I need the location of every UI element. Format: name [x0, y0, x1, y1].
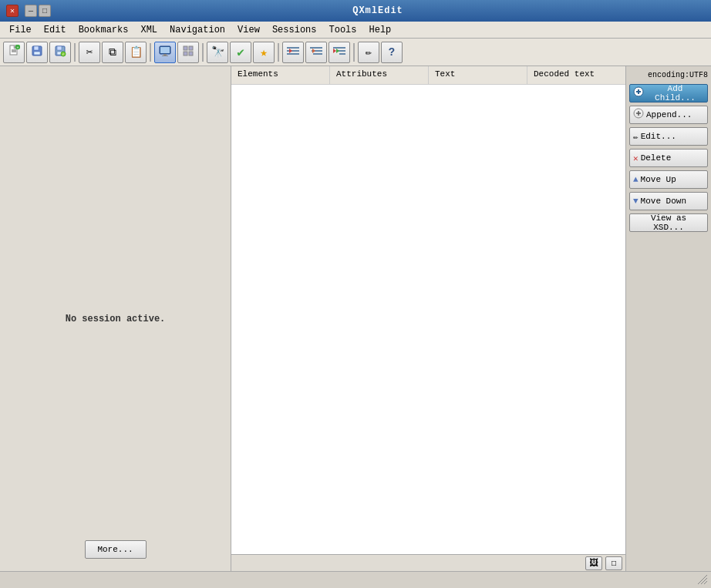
indent3-icon: [332, 45, 346, 60]
indent2-icon: [309, 45, 323, 60]
svg-text:+: +: [16, 45, 19, 50]
cut-icon: ✂: [86, 45, 93, 59]
resize-icon: [696, 573, 708, 585]
menu-xml[interactable]: XML: [134, 23, 163, 37]
image-icon-button[interactable]: 🖼: [585, 556, 602, 570]
append-button[interactable]: Append...: [629, 106, 708, 124]
separator-2: [150, 43, 151, 62]
svg-rect-28: [313, 53, 322, 55]
image-icon: 🖼: [589, 557, 598, 569]
separator-5: [353, 43, 355, 62]
svg-marker-25: [289, 49, 292, 53]
indent3-button[interactable]: [329, 42, 350, 63]
binoculars-button[interactable]: 🔭: [207, 42, 228, 63]
add-child-button[interactable]: Add Child...: [629, 84, 708, 102]
validate-button[interactable]: ✔: [230, 42, 251, 63]
menu-bar: File Edit Bookmarks XML Navigation View …: [0, 22, 711, 39]
edit-xml-icon: ✏: [633, 132, 639, 142]
validate-icon: ✔: [237, 45, 244, 60]
paste-button[interactable]: 📋: [125, 42, 147, 63]
move-up-icon: ▲: [633, 175, 639, 184]
move-down-button[interactable]: ▼ Move Down: [629, 192, 708, 210]
move-up-button[interactable]: ▲ Move Up: [629, 170, 708, 189]
menu-sessions[interactable]: Sessions: [266, 23, 323, 37]
menu-bookmarks[interactable]: Bookmarks: [72, 23, 135, 37]
separator-1: [74, 43, 76, 62]
bookmark-button[interactable]: ★: [253, 42, 275, 63]
svg-rect-21: [189, 52, 193, 55]
svg-marker-29: [312, 49, 315, 53]
paste-icon: 📋: [130, 45, 143, 59]
move-down-label: Move Down: [641, 197, 686, 206]
svg-rect-19: [189, 46, 193, 50]
edit-button[interactable]: ✏: [358, 42, 379, 63]
svg-rect-18: [184, 46, 187, 50]
tree-bottom-bar: 🖼 ☐: [231, 554, 625, 571]
move-down-icon: ▼: [633, 197, 639, 206]
checkbox-icon: ☐: [611, 557, 616, 569]
maximize-icon: □: [42, 7, 47, 15]
menu-tools[interactable]: Tools: [322, 23, 362, 37]
help-button[interactable]: ?: [381, 42, 403, 63]
checkbox-button[interactable]: ☐: [605, 556, 622, 570]
tree-content: [231, 85, 625, 554]
save-icon: ✓: [54, 45, 66, 60]
minimize-button[interactable]: —: [25, 5, 37, 17]
save-disk-button[interactable]: [26, 42, 48, 63]
star-icon: ★: [260, 45, 268, 60]
grid-button[interactable]: [177, 42, 199, 63]
indent1-button[interactable]: [282, 42, 304, 63]
svg-rect-24: [287, 53, 299, 55]
edit-xml-button[interactable]: ✏ Edit...: [629, 127, 708, 146]
menu-file[interactable]: File: [3, 23, 38, 37]
svg-rect-26: [310, 47, 322, 49]
delete-icon: ✕: [633, 153, 639, 163]
menu-navigation[interactable]: Navigation: [163, 23, 231, 37]
separator-4: [278, 43, 279, 62]
view-button[interactable]: [154, 42, 176, 63]
svg-rect-10: [57, 46, 62, 50]
view-xsd-button[interactable]: View as XSD...: [629, 213, 708, 232]
svg-marker-33: [333, 49, 336, 53]
minimize-icon: —: [29, 7, 33, 15]
pencil-icon: ✏: [366, 45, 372, 59]
maximize-button[interactable]: □: [39, 5, 51, 17]
svg-line-42: [701, 578, 707, 584]
help-icon: ?: [389, 46, 395, 59]
add-child-label: Add Child...: [646, 84, 704, 102]
copy-icon: ⧉: [109, 46, 116, 59]
tree-header: Elements Attributes Text Decoded text: [231, 66, 625, 85]
menu-edit[interactable]: Edit: [38, 23, 72, 37]
col-text: Text: [429, 66, 527, 84]
view-xsd-label: View as XSD...: [633, 213, 704, 232]
binoculars-icon: 🔭: [211, 45, 224, 59]
svg-rect-30: [333, 47, 345, 49]
left-panel: No session active. More...: [0, 66, 231, 571]
save-button[interactable]: ✓: [49, 42, 71, 63]
svg-rect-22: [287, 47, 299, 49]
toolbar: + ✓: [0, 39, 711, 66]
close-icon: ✕: [10, 6, 15, 15]
col-attributes: Attributes: [330, 66, 429, 84]
svg-rect-16: [163, 54, 167, 55]
svg-rect-7: [34, 46, 39, 50]
app-title: QXmlEdit: [51, 5, 705, 16]
svg-rect-23: [287, 50, 299, 52]
indent2-button[interactable]: [305, 42, 327, 63]
svg-rect-8: [34, 52, 40, 55]
copy-button[interactable]: ⧉: [102, 42, 123, 63]
new-icon: +: [8, 45, 20, 60]
new-button[interactable]: +: [3, 42, 25, 63]
encoding-label: encoding:UTF8: [629, 69, 708, 81]
delete-button[interactable]: ✕ Delete: [629, 149, 708, 167]
svg-text:✓: ✓: [62, 52, 64, 57]
menu-view[interactable]: View: [231, 23, 266, 37]
close-button[interactable]: ✕: [6, 5, 19, 17]
svg-rect-32: [339, 53, 345, 55]
more-button[interactable]: More...: [85, 540, 147, 559]
separator-3: [202, 43, 204, 62]
svg-line-43: [704, 581, 707, 584]
cut-button[interactable]: ✂: [79, 42, 100, 63]
menu-help[interactable]: Help: [363, 23, 398, 37]
add-child-icon: [633, 86, 644, 100]
